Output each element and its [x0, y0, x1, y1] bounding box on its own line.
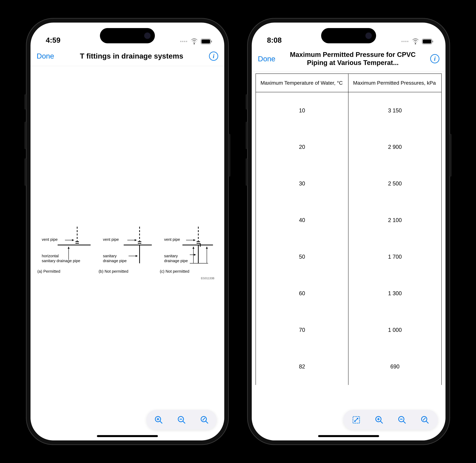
info-icon[interactable]: i [209, 52, 218, 61]
phone-right: 8:08 •••• Done Maximum Permitted Pressur… [247, 18, 450, 445]
table-row: 402 100 [256, 202, 441, 239]
diagram-c-pipe-label1: sanitary [164, 254, 178, 258]
cell-pressure: 1 300 [348, 275, 441, 312]
table-header-row: Maximum Temperature of Water, °C Maximum… [256, 74, 441, 92]
phone-side-button [246, 94, 247, 109]
phone-side-button [24, 94, 26, 109]
cell-temperature: 60 [256, 275, 348, 312]
phone-volume-up [246, 122, 247, 149]
diagram-c-pipe-label2: drainage pipe [164, 258, 188, 263]
dynamic-island [321, 28, 376, 43]
zoom-in-icon[interactable] [154, 415, 163, 424]
cell-pressure: 3 150 [348, 92, 441, 129]
nav-bar: Done T fittings in drainage systems i [30, 46, 224, 66]
cell-pressure: 1 000 [348, 312, 441, 348]
home-indicator[interactable] [318, 435, 379, 437]
battery-icon [422, 39, 433, 44]
diagram-c-caption: (c) Not permitted [160, 269, 217, 274]
dynamic-island [100, 28, 155, 43]
phone-power-button [229, 134, 230, 177]
cell-pressure: 2 500 [348, 165, 441, 202]
zoom-reset-icon[interactable] [200, 415, 209, 424]
cell-temperature: 82 [256, 348, 348, 385]
table-row: 601 300 [256, 275, 441, 312]
diagram-b-pipe-label2: drainage pipe [103, 258, 127, 263]
phone-power-button [450, 134, 452, 177]
phone-volume-down [246, 158, 247, 186]
zoom-reset-icon[interactable] [420, 415, 430, 424]
page-title: T fittings in drainage systems [59, 52, 205, 61]
status-icons: •••• [401, 39, 433, 44]
wifi-icon [190, 39, 198, 44]
fit-screen-icon[interactable] [352, 415, 361, 424]
svg-line-48 [426, 421, 428, 423]
cell-pressure: 1 700 [348, 239, 441, 275]
svg-rect-2 [211, 41, 212, 42]
screen-left: 4:59 •••• Done T fittings in drainage sy… [30, 23, 224, 440]
table-row: 701 000 [256, 312, 441, 348]
battery-icon [201, 39, 212, 44]
zoom-toolbar [146, 410, 217, 430]
table-row: 202 900 [256, 129, 441, 165]
svg-rect-1 [202, 39, 210, 44]
diagram-code: EG01133B [37, 277, 217, 280]
diagram: vent pipe horizontal sanitary drainage p… [37, 227, 217, 280]
diagram-a-vent-label: vent pipe [42, 237, 58, 241]
content-area[interactable]: vent pipe horizontal sanitary drainage p… [30, 66, 224, 440]
phone-left: 4:59 •••• Done T fittings in drainage sy… [26, 18, 229, 445]
phone-volume-down [24, 158, 26, 186]
table-row: 82690 [256, 348, 441, 385]
phone-volume-up [24, 122, 26, 149]
svg-line-45 [403, 421, 405, 423]
zoom-in-icon[interactable] [375, 415, 384, 424]
extra-dots-icon: •••• [401, 39, 409, 44]
done-button[interactable]: Done [258, 55, 275, 63]
zoom-out-icon[interactable] [397, 415, 407, 424]
cell-temperature: 50 [256, 239, 348, 275]
diagram-a: vent pipe horizontal sanitary drainage p… [37, 227, 95, 274]
svg-line-32 [183, 421, 185, 423]
cell-pressure: 690 [348, 348, 441, 385]
diagram-a-pipe-label2: sanitary drainage pipe [42, 258, 80, 263]
table-row: 103 150 [256, 92, 441, 129]
screen-right: 8:08 •••• Done Maximum Permitted Pressur… [252, 23, 446, 440]
cell-temperature: 40 [256, 202, 348, 239]
wifi-icon [412, 39, 419, 44]
content-area[interactable]: Maximum Temperature of Water, °C Maximum… [252, 71, 446, 440]
diagram-a-pipe-label1: horizontal [42, 254, 59, 258]
status-time: 4:59 [46, 36, 60, 44]
home-indicator[interactable] [97, 435, 158, 437]
table-header-temp: Maximum Temperature of Water, °C [256, 74, 348, 92]
diagram-c: vent pipe sanitary drainage pipe [160, 227, 217, 274]
table-row: 501 700 [256, 239, 441, 275]
svg-line-41 [380, 421, 383, 423]
zoom-out-icon[interactable] [177, 415, 186, 424]
diagram-b-caption: (b) Not permitted [99, 269, 156, 274]
nav-bar: Done Maximum Permitted Pressure for CPVC… [252, 46, 446, 71]
cell-temperature: 30 [256, 165, 348, 202]
cell-temperature: 10 [256, 92, 348, 129]
status-time: 8:08 [267, 36, 282, 44]
pressure-table: Maximum Temperature of Water, °C Maximum… [256, 73, 441, 385]
diagram-c-vent-label: vent pipe [164, 237, 180, 241]
diagram-b-pipe-label1: sanitary [103, 254, 117, 258]
cell-pressure: 2 900 [348, 129, 441, 165]
svg-line-35 [206, 421, 208, 423]
status-icons: •••• [180, 39, 212, 44]
done-button[interactable]: Done [37, 52, 54, 60]
diagram-b-vent-label: vent pipe [103, 237, 119, 241]
svg-rect-37 [423, 39, 431, 44]
extra-dots-icon: •••• [180, 39, 188, 44]
page-title: Maximum Permitted Pressure for CPVC Pipi… [280, 51, 426, 67]
info-icon[interactable]: i [430, 54, 439, 63]
cell-temperature: 20 [256, 129, 348, 165]
table-header-pressure: Maximum Permitted Pressures, kPa [348, 74, 441, 92]
cell-temperature: 70 [256, 312, 348, 348]
svg-rect-38 [432, 41, 433, 42]
diagram-b: vent pipe sanitary drainage pipe (b) Not… [99, 227, 156, 274]
svg-line-28 [160, 421, 162, 423]
table-row: 302 500 [256, 165, 441, 202]
diagram-a-caption: (a) Permitted [37, 269, 95, 274]
cell-pressure: 2 100 [348, 202, 441, 239]
zoom-toolbar [343, 410, 438, 430]
